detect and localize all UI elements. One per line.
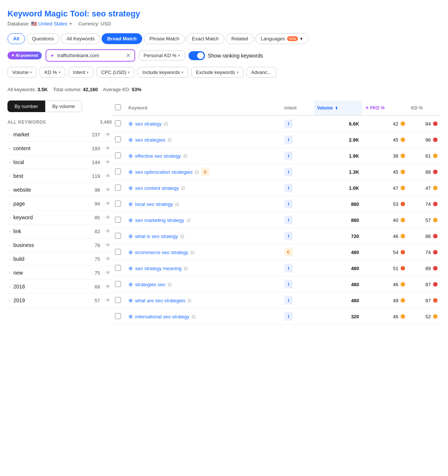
keyword-link[interactable]: seo optimization strategies: [135, 169, 193, 175]
row-checkbox[interactable]: [115, 120, 121, 126]
expand-icon[interactable]: ⊕: [128, 201, 133, 207]
expand-icon[interactable]: ⊕: [128, 137, 133, 143]
page-icon[interactable]: ⊟: [168, 137, 172, 143]
sidebar-item-website[interactable]: › website 98 👁: [7, 183, 112, 197]
sidebar-item-business[interactable]: › business 78 👁: [7, 238, 112, 252]
keyword-link[interactable]: local seo strategy: [135, 201, 173, 207]
personal-kd-select[interactable]: Personal KD % ▾: [139, 50, 185, 61]
keyword-link[interactable]: international seo strategy: [135, 314, 189, 319]
expand-icon[interactable]: ⊕: [128, 169, 133, 175]
row-checkbox[interactable]: [115, 185, 121, 191]
expand-icon[interactable]: ⊕: [128, 217, 133, 223]
row-checkbox[interactable]: [115, 169, 121, 174]
row-checkbox[interactable]: [115, 201, 121, 207]
eye-icon[interactable]: 👁: [105, 242, 111, 248]
page-icon[interactable]: ⊟: [168, 282, 172, 287]
page-icon[interactable]: ⊟: [175, 201, 179, 207]
expand-icon[interactable]: ⊕: [128, 265, 133, 271]
clear-icon[interactable]: ✕: [126, 52, 131, 59]
filter-kd[interactable]: KD % ▾: [40, 67, 65, 78]
sidebar-item-market[interactable]: › market 237 👁: [7, 128, 112, 142]
eye-icon[interactable]: 👁: [105, 214, 111, 220]
sidebar-item-2018[interactable]: › 2018 68 👁: [7, 280, 112, 294]
sidebar-item-link[interactable]: › link 82 👁: [7, 225, 112, 238]
page-icon[interactable]: ⊟: [181, 185, 185, 191]
row-checkbox[interactable]: [115, 152, 121, 158]
page-icon[interactable]: ⊟: [183, 153, 187, 159]
tab-broad-match[interactable]: Broad Match: [102, 33, 142, 44]
filter-intent[interactable]: Intent ▾: [68, 67, 94, 78]
sidebar-item-build[interactable]: › build 75 👁: [7, 252, 112, 266]
eye-icon[interactable]: 👁: [105, 201, 111, 207]
database-link[interactable]: United States: [38, 21, 68, 27]
keyword-link[interactable]: ecommerce seo strategy: [135, 250, 188, 255]
filter-include-keywords[interactable]: Include keywords ▾: [137, 67, 188, 78]
sort-by-volume[interactable]: By volume: [45, 101, 82, 112]
sidebar-item-2019[interactable]: › 2019 57 👁: [7, 294, 112, 307]
keyword-link[interactable]: what is seo strategy: [135, 234, 178, 239]
page-icon[interactable]: ⊟: [164, 121, 168, 127]
page-icon[interactable]: ⊟: [184, 266, 188, 271]
eye-icon[interactable]: 👁: [105, 145, 111, 151]
eye-icon[interactable]: 👁: [105, 159, 111, 165]
filter-exclude-keywords[interactable]: Exclude keywords ▾: [191, 67, 243, 78]
sidebar-item-local[interactable]: › local 144 👁: [7, 155, 112, 169]
row-checkbox[interactable]: [115, 136, 121, 142]
tab-phrase-match[interactable]: Phrase Match: [144, 33, 185, 44]
row-checkbox[interactable]: [115, 313, 121, 319]
page-icon[interactable]: ⊟: [190, 250, 195, 255]
keyword-link[interactable]: seo marketing strategy: [135, 217, 184, 223]
row-checkbox[interactable]: [115, 233, 121, 239]
tab-related[interactable]: Related: [226, 33, 254, 44]
page-icon[interactable]: ⊟: [180, 234, 184, 239]
keyword-link[interactable]: strategies seo: [135, 282, 165, 287]
filter-volume[interactable]: Volume ▾: [7, 67, 37, 78]
keyword-link[interactable]: effective seo strategy: [135, 153, 181, 159]
sidebar-item-keyword[interactable]: › keyword 85 👁: [7, 211, 112, 225]
tab-questions[interactable]: Questions: [27, 33, 60, 44]
page-icon[interactable]: ⊟: [195, 169, 199, 175]
sidebar-item-best[interactable]: › best 119 👁: [7, 169, 112, 183]
expand-icon[interactable]: ⊕: [128, 313, 133, 319]
select-all-checkbox[interactable]: [115, 104, 121, 110]
sidebar-item-page[interactable]: › page 94 👁: [7, 197, 112, 211]
row-checkbox[interactable]: [115, 265, 121, 271]
keyword-link[interactable]: seo strategies: [135, 137, 165, 143]
eye-icon[interactable]: 👁: [105, 297, 111, 303]
tab-languages[interactable]: Languages beta ▾: [255, 33, 309, 44]
eye-icon[interactable]: 👁: [105, 187, 111, 193]
eye-icon[interactable]: 👁: [105, 284, 111, 290]
row-checkbox[interactable]: [115, 217, 121, 223]
expand-icon[interactable]: ⊕: [128, 185, 133, 191]
eye-icon[interactable]: 👁: [105, 228, 111, 234]
domain-input[interactable]: [57, 53, 124, 58]
ranking-keywords-toggle[interactable]: [189, 51, 205, 60]
keyword-link[interactable]: seo content strategy: [135, 185, 179, 191]
row-checkbox[interactable]: [115, 281, 121, 287]
eye-icon[interactable]: 👁: [105, 173, 111, 179]
filter-cpc[interactable]: CPC (USD) ▾: [96, 67, 134, 78]
page-icon[interactable]: ⊟: [187, 217, 191, 223]
expand-icon[interactable]: ⊕: [128, 153, 133, 159]
row-checkbox[interactable]: [115, 297, 121, 303]
tab-all[interactable]: All: [7, 33, 25, 44]
eye-icon[interactable]: 👁: [105, 132, 111, 137]
filter-advanced[interactable]: Advanc...: [246, 67, 276, 78]
sidebar-item-content[interactable]: › content 193 👁: [7, 142, 112, 155]
page-icon[interactable]: ⊟: [192, 314, 196, 319]
expand-icon[interactable]: ⊕: [128, 281, 133, 287]
page-icon[interactable]: ⊟: [187, 298, 192, 303]
eye-icon[interactable]: 👁: [105, 256, 111, 262]
expand-icon[interactable]: ⊕: [128, 233, 133, 239]
expand-icon[interactable]: ⊕: [128, 121, 133, 127]
tab-exact-match[interactable]: Exact Match: [186, 33, 224, 44]
keyword-link[interactable]: what are seo strategies: [135, 298, 185, 303]
col-volume[interactable]: Volume ⬆: [314, 101, 362, 115]
expand-icon[interactable]: ⊕: [128, 249, 133, 255]
row-checkbox[interactable]: [115, 249, 121, 255]
keyword-link[interactable]: seo strategy meaning: [135, 266, 181, 271]
expand-icon[interactable]: ⊕: [128, 297, 133, 303]
tab-all-keywords[interactable]: All Keywords: [61, 33, 100, 44]
sort-by-number[interactable]: By number: [7, 101, 45, 112]
eye-icon[interactable]: 👁: [105, 270, 111, 276]
